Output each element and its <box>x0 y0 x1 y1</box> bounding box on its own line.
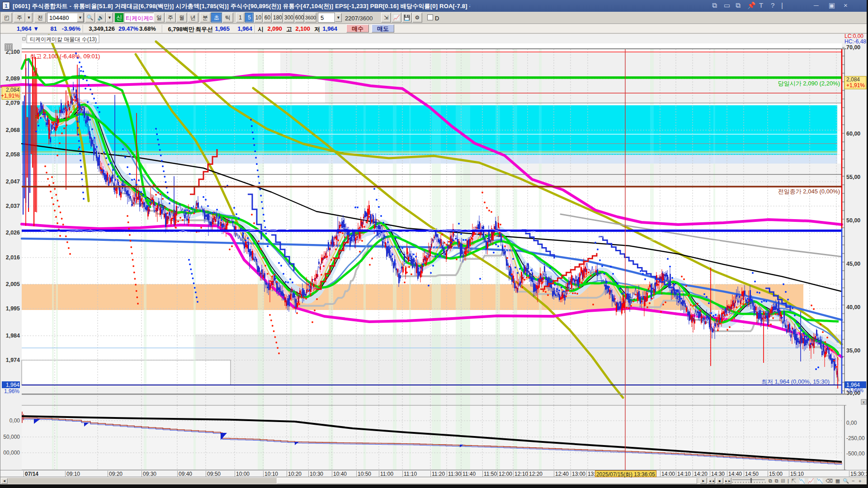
svg-text:1,964: 1,964 <box>6 382 19 388</box>
svg-text:2,058: 2,058 <box>6 151 20 158</box>
svg-text:0,00: 0,00 <box>9 418 20 424</box>
svg-text:2,079: 2,079 <box>6 100 20 106</box>
svg-text:2,084: 2,084 <box>6 87 19 93</box>
svg-text:티케이케미칼 매물대 수(13): 티케이케미칼 매물대 수(13) <box>30 36 97 42</box>
svg-text:1,995: 1,995 <box>6 305 20 312</box>
svg-text:45,00: 45,00 <box>846 261 860 267</box>
svg-text:00,000: 00,000 <box>3 450 20 456</box>
svg-text:최고 2,100 (-6,48%, 09:01): 최고 2,100 (-6,48%, 09:01) <box>30 53 100 60</box>
svg-text:-500,00: -500,00 <box>846 450 865 457</box>
svg-text:2,084: 2,084 <box>846 76 860 83</box>
svg-text:1,974: 1,974 <box>6 357 20 363</box>
svg-text:+1,91%: +1,91% <box>1 93 19 99</box>
svg-text:60,00: 60,00 <box>846 131 860 137</box>
svg-text:1,984: 1,984 <box>6 333 20 339</box>
svg-text:2,068: 2,068 <box>6 127 20 133</box>
svg-text:-250,00: -250,00 <box>846 435 865 441</box>
svg-text:2,005: 2,005 <box>6 281 20 287</box>
svg-text:0,00: 0,00 <box>846 420 857 426</box>
svg-text:40,00: 40,00 <box>846 304 860 310</box>
svg-text:HC:-6,48: HC:-6,48 <box>844 38 866 45</box>
svg-text:전일종가 2,045 (0,00%): 전일종가 2,045 (0,00%) <box>778 188 840 195</box>
svg-text:50,000: 50,000 <box>3 434 20 440</box>
svg-text:-3,96%: -3,96% <box>846 387 863 394</box>
svg-text:1,96%: 1,96% <box>4 388 19 394</box>
svg-text:2,047: 2,047 <box>6 178 20 185</box>
svg-text:35,00: 35,00 <box>846 347 860 354</box>
svg-text:2,016: 2,016 <box>6 254 20 261</box>
svg-text:x: x <box>863 400 865 404</box>
svg-text:+1,91%: +1,91% <box>846 82 865 89</box>
svg-text:55,00: 55,00 <box>846 174 860 180</box>
svg-text:70,00: 70,00 <box>846 44 860 51</box>
svg-text:최저 1,964 (0,00%, 15:30): 최저 1,964 (0,00%, 15:30) <box>761 378 830 385</box>
svg-text:50,00: 50,00 <box>846 217 860 224</box>
svg-text:당일시가 2,090 (2,20%): 당일시가 2,090 (2,20%) <box>778 80 840 87</box>
svg-text:2,026: 2,026 <box>6 230 20 236</box>
svg-text:2,037: 2,037 <box>6 203 20 209</box>
svg-text:2,089: 2,089 <box>6 75 20 82</box>
